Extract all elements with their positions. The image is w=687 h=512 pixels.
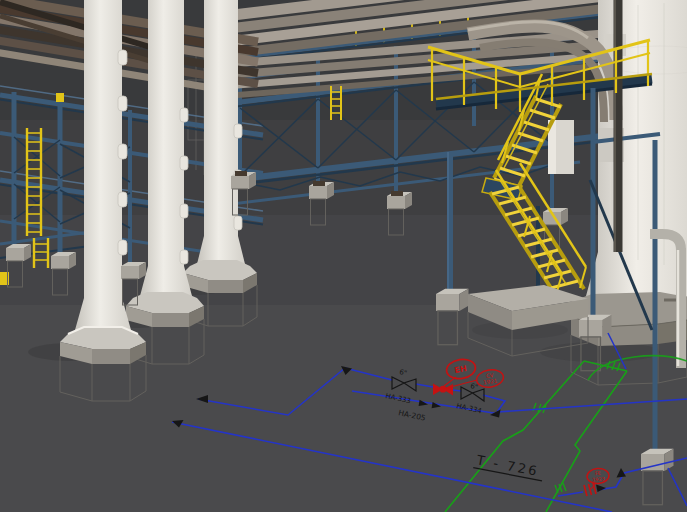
bubble-eh-text: EH: [454, 364, 467, 375]
valve-right-size-label: 6": [470, 382, 479, 391]
bubble-fe-line2: 1923: [592, 475, 605, 482]
model-viewport[interactable]: T - 726 6" HA-333 6" HA-334 HA-205 EH CV…: [0, 0, 687, 512]
valve-left-size-label: 6": [399, 368, 408, 377]
